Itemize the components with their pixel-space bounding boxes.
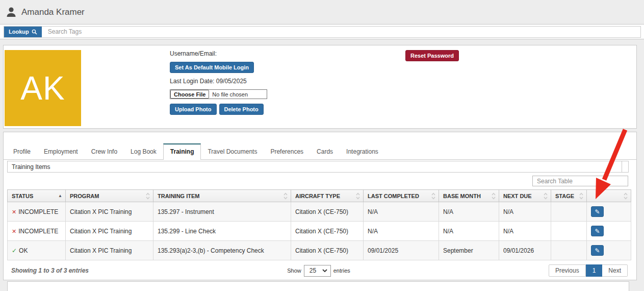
column-header-last-completed[interactable]: LAST COMPLETED [364,190,439,202]
column-header-aircraft-type[interactable]: AIRCRAFT TYPE [291,190,364,202]
profile-card: AK Username/Email: Set As Default Mobile… [3,45,637,129]
table-row: ✓OK Citation X PIC Training 135.293(a)2-… [8,241,631,260]
sort-icon[interactable] [146,192,150,200]
tab-preferences[interactable]: Preferences [264,143,310,159]
actions-cell: ✎ [587,222,631,241]
page-header: Amanda Kramer [0,0,644,25]
aircraft-type-cell: Citation X (CE-750) [291,241,364,260]
table-header-row: STATUS ▲ PROGRAM TRAINING ITEM AIRCRAFT … [8,190,631,202]
card-footer-box [7,281,629,291]
next-due-cell: 09/01/2026 [499,241,551,260]
page-title: Amanda Kramer [21,7,85,17]
tab-travel-documents[interactable]: Travel Documents [201,143,264,159]
lookup-group: Lookup [4,26,641,38]
tab-log-book[interactable]: Log Book [124,143,163,159]
show-label: Show [287,268,301,274]
profile-details: Username/Email: Set As Default Mobile Lo… [170,50,267,115]
last-login-date: Last Login Date: 09/05/2025 [170,78,267,85]
choose-file-button[interactable]: Choose File [170,90,209,99]
table-search-input[interactable] [532,176,628,186]
column-header-status[interactable]: STATUS ▲ [8,190,66,202]
training-table: STATUS ▲ PROGRAM TRAINING ITEM AIRCRAFT … [7,189,631,260]
base-month-cell: September [439,241,499,260]
column-header-base-month[interactable]: BASE MONTH [439,190,499,202]
table-row: ✕INCOMPLETE Citation X PIC Training 135.… [8,222,631,241]
reset-password-button[interactable]: Reset Password [405,50,459,61]
sort-icon[interactable] [579,192,583,200]
last-completed-cell: 09/01/2025 [364,241,439,260]
tab-integrations[interactable]: Integrations [340,143,385,159]
next-due-cell: N/A [499,222,551,241]
ok-check-icon: ✓ [12,247,17,254]
stage-cell [551,222,587,241]
sort-icon[interactable] [492,192,496,200]
tab-employment[interactable]: Employment [37,143,85,159]
file-chosen-status: No file chosen [209,91,248,98]
edit-button[interactable]: ✎ [591,226,604,236]
person-icon [5,6,17,18]
program-cell: Citation X PIC Training [66,202,153,222]
program-cell: Citation X PIC Training [66,241,153,260]
training-item-cell: 135.293(a)2-3,(b) - Competency Check [153,241,291,260]
training-item-cell: 135.297 - Instrument [153,202,291,222]
edit-button[interactable]: ✎ [591,206,604,217]
table-footer: Showing 1 to 3 of 3 entries Show 25 entr… [7,260,630,281]
column-header-next-due[interactable]: NEXT DUE [499,190,551,202]
upload-photo-button[interactable]: Upload Photo [170,104,217,115]
column-header-actions[interactable] [587,190,631,202]
username-label: Username/Email: [170,50,267,57]
search-icon [32,29,37,35]
base-month-cell: N/A [439,202,499,222]
stage-cell [551,241,587,260]
sort-icon[interactable] [544,192,548,200]
edit-pencil-icon: ✎ [595,209,600,215]
edit-button[interactable]: ✎ [591,245,604,256]
last-completed-cell: N/A [364,222,439,241]
search-tags-input[interactable] [42,27,640,37]
training-item-cell: 135.299 - Line Check [153,222,291,241]
training-items-title: Training Items [8,163,50,171]
avatar: AK [5,50,81,126]
actions-cell: ✎ [587,202,631,222]
page-size-group: Show 25 entries [89,265,549,277]
page-size-select[interactable]: 25 [304,265,331,277]
status-cell: ✕INCOMPLETE [8,202,66,222]
avatar-initials: AK [20,69,65,107]
table-row: ✕INCOMPLETE Citation X PIC Training 135.… [8,202,631,222]
status-cell: ✕INCOMPLETE [8,222,66,241]
lookup-button-label: Lookup [9,29,29,35]
training-items-bar-divider [622,161,622,172]
program-cell: Citation X PIC Training [66,222,153,241]
sort-icon[interactable] [431,192,435,200]
sort-icon[interactable] [356,192,360,200]
entries-label: entries [333,268,350,274]
delete-photo-button[interactable]: Delete Photo [219,104,264,115]
lookup-button[interactable]: Lookup [4,27,42,37]
incomplete-x-icon: ✕ [12,209,16,215]
sort-icon[interactable] [624,192,628,200]
stage-cell [551,202,587,222]
status-cell: ✓OK [8,241,66,260]
tab-profile[interactable]: Profile [7,143,37,159]
set-default-mobile-login-button[interactable]: Set As Default Mobile Login [170,62,254,73]
column-header-training-item[interactable]: TRAINING ITEM [153,190,291,202]
aircraft-type-cell: Citation X (CE-750) [291,202,364,222]
next-due-cell: N/A [499,202,551,222]
base-month-cell: N/A [439,222,499,241]
page-1-button[interactable]: 1 [586,264,603,277]
previous-page-button[interactable]: Previous [549,264,586,277]
tab-training[interactable]: Training [163,143,201,160]
training-items-bar: Training Items [7,161,629,173]
incomplete-x-icon: ✕ [12,228,16,234]
tab-nav: Profile Employment Crew Info Log Book Tr… [4,143,636,160]
showing-entries-text: Showing 1 to 3 of 3 entries [7,267,89,274]
column-header-stage[interactable]: STAGE [551,190,587,202]
sort-icon[interactable] [284,192,288,200]
column-header-program[interactable]: PROGRAM [66,190,153,202]
pagination: Previous 1 Next [549,264,628,277]
tab-cards[interactable]: Cards [310,143,340,159]
photo-file-input[interactable]: Choose File No file chosen [170,89,267,99]
main-card: Profile Employment Crew Info Log Book Tr… [3,132,637,280]
next-page-button[interactable]: Next [602,264,628,277]
tab-crew-info[interactable]: Crew Info [85,143,124,159]
